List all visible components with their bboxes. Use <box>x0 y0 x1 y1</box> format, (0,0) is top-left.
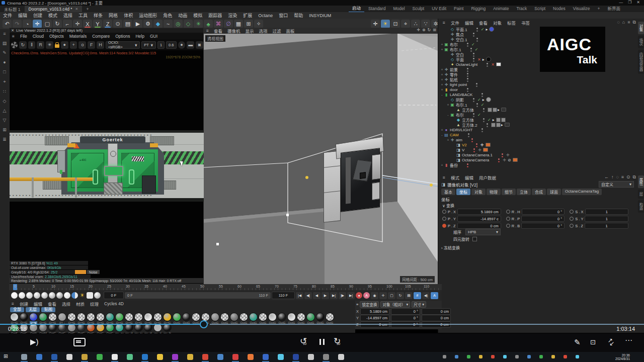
layout-tab-animate[interactable]: Animate <box>490 6 512 12</box>
layout-tab-rigging[interactable]: Rigging <box>467 6 489 12</box>
attr-tab-球面[interactable]: 球面 <box>547 189 561 195</box>
move-cursor-icon[interactable]: ✛ <box>371 20 380 28</box>
start-button[interactable]: ⊞ <box>4 353 10 359</box>
taskbar-app-icon-0[interactable] <box>21 354 27 360</box>
material-menu-选择[interactable]: 选择 <box>59 301 73 307</box>
frame-icon[interactable]: ⊡ <box>391 20 400 28</box>
check-tag-icon[interactable]: ✓ <box>471 42 475 47</box>
order-dropdown[interactable]: HPB▾ <box>465 229 501 235</box>
menu-item-INSYDIUM[interactable]: INSYDIUM <box>306 13 334 18</box>
key-icon-2[interactable]: ▢ <box>388 292 395 299</box>
display-mode-sphere-icon-0[interactable] <box>11 292 18 299</box>
expand-icon[interactable]: - <box>440 93 444 97</box>
position-field[interactable]: -14.8597 cm <box>360 315 389 321</box>
dots-a-icon[interactable]: ∴ <box>411 20 420 28</box>
expand-icon[interactable]: + <box>446 138 450 142</box>
tree-row-9[interactable]: +✛零件 <box>440 72 631 77</box>
transform-group-label[interactable]: ∨ 变换 <box>442 203 454 208</box>
attr-menu-编辑[interactable]: 编辑 <box>462 174 476 180</box>
flag-tag-icon[interactable]: ▸ <box>482 98 485 102</box>
viewer-menu-options[interactable]: Options <box>113 34 132 39</box>
mograph-icon[interactable]: ♣ <box>204 20 213 28</box>
display-mode-sphere-icon-5[interactable] <box>49 292 55 299</box>
rotate-tool-icon[interactable]: ↻ <box>53 20 62 28</box>
material-menu-创建[interactable]: 创建 <box>17 301 31 307</box>
texture-tag-icon[interactable] <box>491 123 496 127</box>
close-tab-icon[interactable]: ✕ <box>75 7 78 11</box>
maximize-button[interactable]: ❐ <box>628 0 631 6</box>
render-ball-icon[interactable]: ● <box>178 41 186 49</box>
ban-tag-icon[interactable]: ⊘ <box>508 158 511 162</box>
tray-icon-8[interactable] <box>539 355 543 358</box>
keyframe-dot-icon[interactable] <box>570 224 574 228</box>
expand-icon[interactable]: + <box>440 83 444 86</box>
menu-item-模式[interactable]: 模式 <box>45 12 60 19</box>
preview-range-slider[interactable]: 0 F110 F <box>125 292 271 299</box>
kernel-dropdown[interactable]: PT∨ <box>141 41 156 49</box>
taskbar-app-icon-20[interactable] <box>323 354 329 360</box>
keyframe-dot-icon[interactable] <box>570 210 574 214</box>
table-icon[interactable]: ▦ <box>234 20 243 28</box>
attr-tab-OctaneCameraTag[interactable]: OctaneCameraTag <box>562 189 602 195</box>
display-mode-sphere-icon-6[interactable] <box>56 292 63 299</box>
expand-icon[interactable]: + <box>440 128 444 132</box>
menu-item-体积[interactable]: 体积 <box>121 12 136 19</box>
add-layout-button[interactable]: + <box>594 6 604 12</box>
layout-tab-sculpt[interactable]: Sculpt <box>409 6 428 12</box>
tree-row-19[interactable]: ▲立方体.2▸ <box>440 122 631 127</box>
quaternion-checkbox[interactable] <box>472 237 477 241</box>
document-tab-0[interactable]: 未标题 1 <box>0 6 25 12</box>
menu-item-渲染[interactable]: 渲染 <box>225 12 240 19</box>
minimize-button[interactable]: — <box>619 0 623 6</box>
danmaku-icon[interactable] <box>73 338 86 346</box>
focus-picker-icon[interactable]: F <box>88 41 95 49</box>
side-tab-构造[interactable]: 构造 <box>638 200 644 213</box>
size-mode-dropdown[interactable]: 尺寸▾ <box>412 301 426 308</box>
tree-row-18[interactable]: ◆立方体✓▸ <box>440 117 631 122</box>
left-tool-icon-10[interactable]: ⊞ <box>3 127 7 132</box>
keyframe-dot-icon[interactable] <box>442 224 446 228</box>
key-icon-4[interactable]: ▤ <box>405 292 413 299</box>
objman-icon-3[interactable]: ⧉ <box>633 20 636 25</box>
material-menu-材质[interactable]: 材质 <box>73 301 87 307</box>
tray-icon-9[interactable] <box>551 355 555 358</box>
viewer-menu-gui[interactable]: GUI <box>147 34 160 39</box>
viewport-nav-icon-3[interactable]: ⊞ <box>433 28 436 32</box>
taskbar-app-icon-12[interactable] <box>202 354 208 360</box>
expand-icon[interactable]: - <box>446 113 450 117</box>
enable-dots-icon[interactable] <box>473 58 474 59</box>
enable-dots-icon[interactable] <box>467 88 468 89</box>
lock-resolution-icon[interactable] <box>55 44 59 48</box>
hamburger-icon[interactable]: ≡ <box>356 302 358 307</box>
samples-field[interactable]: 1 <box>157 41 165 49</box>
keyframe-dot-icon[interactable] <box>442 210 446 214</box>
viewer-menu-materials[interactable]: Materials <box>67 34 89 39</box>
coord-tool-icon[interactable]: ✛ <box>73 20 82 28</box>
expand-icon[interactable]: + <box>440 48 444 51</box>
field-input[interactable]: 1 <box>585 223 628 229</box>
tree-row-26[interactable]: ◨OctaneCamera✛⊘ <box>440 157 631 162</box>
display-mode-sphere-icon-1[interactable] <box>19 292 25 299</box>
tree-row-21[interactable]: -▤CAM <box>440 132 631 137</box>
attr-tab-合成[interactable]: 合成 <box>532 189 546 195</box>
last-tool-icon[interactable]: ⌐ <box>63 20 72 28</box>
flag-tag-icon[interactable]: ▸ <box>493 118 495 122</box>
taskbar-app-icon-18[interactable] <box>293 354 299 360</box>
left-tool-icon-3[interactable]: ● <box>3 60 6 65</box>
close-button[interactable]: ✕ <box>636 0 640 6</box>
menu-item-角色[interactable]: 角色 <box>160 12 175 19</box>
material-tab-全部[interactable]: 全部 <box>10 307 24 312</box>
tray-icon-3[interactable] <box>479 355 482 358</box>
viewport-menu-查看[interactable]: 查看 <box>211 28 225 34</box>
menu-item-创建[interactable]: 创建 <box>30 12 45 19</box>
display-mode-sphere-icon-7[interactable] <box>64 292 70 299</box>
lock-transform-button[interactable]: 锁定变换 <box>360 301 379 308</box>
check-tag-icon[interactable]: ✓ <box>481 103 485 107</box>
display-mode-sphere-icon-4[interactable] <box>41 292 48 299</box>
attr-icon-4[interactable]: ⊙ <box>626 174 630 180</box>
texture-tag-icon[interactable] <box>496 123 501 127</box>
hamburger-icon[interactable]: ≡ <box>9 301 17 306</box>
layout-tab-model[interactable]: Model <box>389 6 408 12</box>
new-interface-button[interactable]: 新界面 <box>604 6 624 12</box>
expand-icon[interactable]: + <box>440 88 444 92</box>
